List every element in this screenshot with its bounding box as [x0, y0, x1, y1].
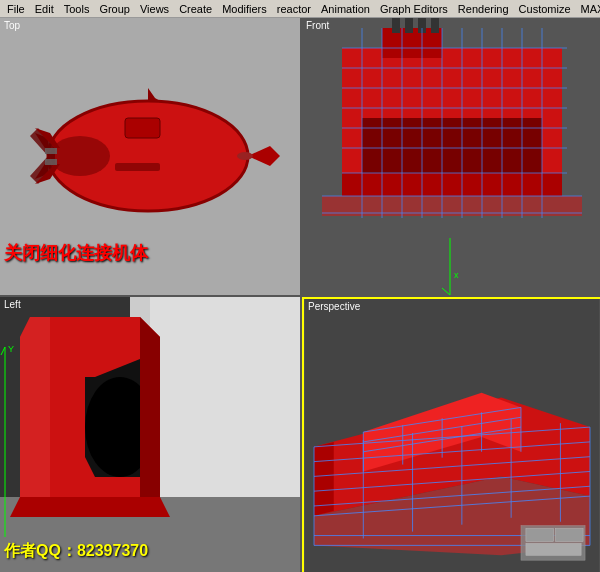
overlay-author-text: 作者QQ：82397370	[4, 541, 148, 562]
menu-customize[interactable]: Customize	[514, 0, 576, 17]
overlay-main-text: 关闭细化连接机体	[4, 241, 148, 265]
menu-tools[interactable]: Tools	[59, 0, 95, 17]
svg-rect-92	[526, 529, 554, 542]
svg-rect-13	[115, 163, 160, 171]
menu-rendering[interactable]: Rendering	[453, 0, 514, 17]
viewport-left[interactable]: Left Y 作者QQ：	[0, 297, 300, 572]
menu-edit[interactable]: Edit	[30, 0, 59, 17]
svg-marker-59	[10, 497, 170, 517]
svg-rect-21	[405, 18, 413, 33]
menu-reactor[interactable]: reactor	[272, 0, 316, 17]
svg-point-16	[237, 152, 253, 160]
menu-bar: File Edit Tools Group Views Create Modif…	[0, 0, 600, 18]
svg-rect-15	[45, 159, 57, 165]
svg-point-9	[50, 136, 110, 176]
menu-views[interactable]: Views	[135, 0, 174, 17]
svg-text:x: x	[454, 270, 459, 280]
viewport-perspective[interactable]: Perspective	[302, 297, 600, 572]
menu-create[interactable]: Create	[174, 0, 217, 17]
viewport-persp-label: Perspective	[308, 301, 360, 312]
svg-rect-14	[45, 148, 57, 154]
menu-maxscript[interactable]: MAXScript	[576, 0, 600, 17]
svg-marker-56	[140, 317, 160, 517]
svg-rect-25	[342, 173, 562, 198]
viewport-top[interactable]: Top	[0, 18, 300, 295]
menu-animation[interactable]: Animation	[316, 0, 375, 17]
viewport-top-label: Top	[4, 20, 20, 31]
svg-rect-20	[392, 18, 400, 33]
menu-group[interactable]: Group	[94, 0, 135, 17]
viewport-container: Top	[0, 18, 600, 572]
svg-rect-94	[526, 543, 581, 555]
viewport-front-label: Front	[306, 20, 329, 31]
viewport-left-label: Left	[4, 299, 21, 310]
svg-rect-93	[555, 529, 583, 542]
viewport-front[interactable]: Front	[302, 18, 600, 295]
menu-modifiers[interactable]: Modifiers	[217, 0, 272, 17]
svg-rect-24	[362, 118, 542, 173]
svg-rect-8	[125, 118, 160, 138]
menu-graph-editors[interactable]: Graph Editors	[375, 0, 453, 17]
svg-marker-57	[20, 317, 50, 517]
svg-text:Y: Y	[8, 344, 14, 354]
menu-file[interactable]: File	[2, 0, 30, 17]
svg-rect-23	[431, 18, 439, 33]
